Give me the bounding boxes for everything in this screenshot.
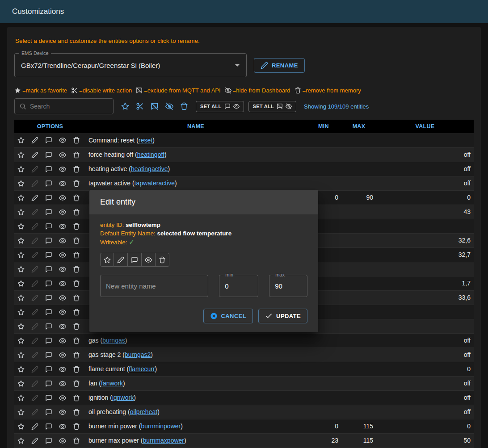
toggle-chat-button[interactable] xyxy=(128,253,142,267)
pencil-icon[interactable] xyxy=(31,394,38,402)
star-icon[interactable] xyxy=(17,294,25,301)
star-icon[interactable] xyxy=(17,423,25,430)
pencil-icon[interactable] xyxy=(31,409,38,416)
eye-icon[interactable] xyxy=(59,137,66,144)
chat-icon[interactable] xyxy=(45,309,52,316)
star-icon[interactable] xyxy=(17,180,25,187)
toggle-eye-button[interactable] xyxy=(142,253,156,267)
trash-icon[interactable] xyxy=(73,294,80,301)
chat-icon[interactable] xyxy=(45,409,52,416)
pencil-icon[interactable] xyxy=(31,194,38,201)
star-icon[interactable] xyxy=(17,352,25,359)
eye-icon[interactable] xyxy=(59,237,66,244)
pencil-icon[interactable] xyxy=(31,380,38,387)
trash-icon[interactable] xyxy=(73,394,80,402)
trash-icon[interactable] xyxy=(73,323,80,330)
pencil-icon[interactable] xyxy=(31,180,38,187)
rename-button[interactable]: RENAME xyxy=(254,58,305,73)
pencil-icon[interactable] xyxy=(31,209,38,216)
entity-shortname-link[interactable]: tapwateractive xyxy=(135,180,175,187)
chat-icon[interactable] xyxy=(45,366,52,373)
entity-shortname-link[interactable]: burnminpower xyxy=(141,423,181,430)
star-icon[interactable] xyxy=(17,437,25,444)
trash-icon[interactable] xyxy=(73,266,80,273)
update-button[interactable]: UPDATE xyxy=(258,309,307,323)
entity-shortname-link[interactable]: flamecurr xyxy=(129,365,155,373)
star-icon[interactable] xyxy=(17,394,25,402)
star-icon[interactable] xyxy=(17,266,25,273)
chat-icon[interactable] xyxy=(45,166,52,173)
ems-device-select[interactable]: EMS Device GBx72/Trendline/Cerapur/Green… xyxy=(14,53,247,77)
new-entity-name-input[interactable] xyxy=(106,282,202,290)
trash-icon[interactable] xyxy=(73,366,80,373)
chat-icon[interactable] xyxy=(45,266,52,273)
eye-icon[interactable] xyxy=(59,223,66,230)
pencil-icon[interactable] xyxy=(31,437,38,444)
pencil-icon[interactable] xyxy=(31,223,38,230)
trash-icon[interactable] xyxy=(73,237,80,244)
eye-icon[interactable] xyxy=(59,209,66,216)
chat-icon[interactable] xyxy=(45,209,52,216)
pencil-icon[interactable] xyxy=(31,423,38,430)
entity-shortname-link[interactable]: burnmaxpower xyxy=(143,437,184,444)
entity-shortname-link[interactable]: heatingoff xyxy=(137,151,164,158)
star-icon[interactable] xyxy=(17,237,25,244)
chat-icon[interactable] xyxy=(45,151,52,159)
filter-scissors-button[interactable] xyxy=(136,102,144,110)
trash-icon[interactable] xyxy=(73,437,80,444)
chat-icon[interactable] xyxy=(45,323,52,330)
eye-icon[interactable] xyxy=(59,380,66,387)
chat-icon[interactable] xyxy=(45,437,52,444)
chat-icon[interactable] xyxy=(45,237,52,244)
trash-icon[interactable] xyxy=(73,251,80,259)
star-icon[interactable] xyxy=(17,337,25,344)
entity-shortname-link[interactable]: oilpreheat xyxy=(130,408,158,415)
cancel-button[interactable]: CANCEL xyxy=(203,309,253,323)
pencil-icon[interactable] xyxy=(31,294,38,301)
trash-icon[interactable] xyxy=(73,180,80,187)
chat-icon[interactable] xyxy=(45,137,52,144)
pencil-icon[interactable] xyxy=(31,337,38,344)
toggle-pencil-button[interactable] xyxy=(114,253,128,267)
star-icon[interactable] xyxy=(17,366,25,373)
entity-shortname-link[interactable]: fanwork xyxy=(101,380,123,387)
entity-shortname-link[interactable]: heatingactive xyxy=(131,165,168,172)
star-icon[interactable] xyxy=(17,309,25,316)
toggle-star-button[interactable] xyxy=(100,253,114,267)
chat-icon[interactable] xyxy=(45,337,52,344)
chat-icon[interactable] xyxy=(45,380,52,387)
star-icon[interactable] xyxy=(17,194,25,201)
star-icon[interactable] xyxy=(17,409,25,416)
trash-icon[interactable] xyxy=(73,280,80,287)
pencil-icon[interactable] xyxy=(31,266,38,273)
eye-icon[interactable] xyxy=(59,194,66,201)
eye-icon[interactable] xyxy=(59,251,66,259)
pencil-icon[interactable] xyxy=(31,151,38,159)
chat-icon[interactable] xyxy=(45,394,52,402)
chat-icon[interactable] xyxy=(45,194,52,201)
toggle-trash-button[interactable] xyxy=(156,253,169,267)
eye-icon[interactable] xyxy=(59,266,66,273)
min-field[interactable]: min xyxy=(219,275,258,297)
eye-icon[interactable] xyxy=(59,409,66,416)
set-all-button-1[interactable]: SET ALL xyxy=(196,101,244,112)
star-icon[interactable] xyxy=(17,323,25,330)
filter-star-button[interactable] xyxy=(121,102,129,110)
pencil-icon[interactable] xyxy=(31,237,38,244)
chat-icon[interactable] xyxy=(45,352,52,359)
trash-icon[interactable] xyxy=(73,352,80,359)
eye-icon[interactable] xyxy=(59,294,66,301)
pencil-icon[interactable] xyxy=(31,366,38,373)
trash-icon[interactable] xyxy=(73,194,80,201)
pencil-icon[interactable] xyxy=(31,251,38,259)
filter-trash-button[interactable] xyxy=(180,102,188,110)
trash-icon[interactable] xyxy=(73,166,80,173)
star-icon[interactable] xyxy=(17,151,25,159)
eye-icon[interactable] xyxy=(59,366,66,373)
star-icon[interactable] xyxy=(17,280,25,287)
star-icon[interactable] xyxy=(17,223,25,230)
chat-icon[interactable] xyxy=(45,423,52,430)
entity-shortname-link[interactable]: ignwork xyxy=(112,394,134,401)
entity-shortname-link[interactable]: burngas2 xyxy=(125,351,151,358)
new-entity-name-field[interactable] xyxy=(100,275,208,297)
